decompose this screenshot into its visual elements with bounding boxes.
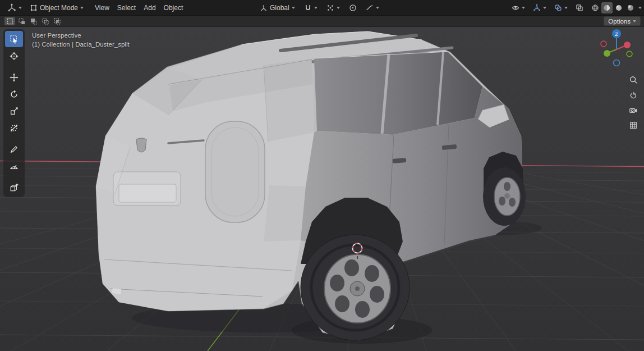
- chevron-down-icon: [633, 20, 636, 22]
- falloff-dropdown[interactable]: [363, 2, 382, 13]
- object-visibility-dropdown[interactable]: [509, 2, 528, 13]
- chevron-down-icon: [376, 7, 379, 9]
- menu-select[interactable]: Select: [113, 2, 140, 13]
- shading-wireframe-button[interactable]: [590, 2, 601, 13]
- object-mode-icon: [30, 4, 38, 12]
- snap-target-dropdown[interactable]: [324, 2, 343, 13]
- camera-view-button[interactable]: [627, 104, 640, 116]
- chevron-down-icon: [638, 7, 642, 9]
- chevron-down-icon: [337, 7, 340, 9]
- gizmo-axis-y[interactable]: [604, 50, 610, 57]
- tool-select-box-icon: [10, 35, 19, 44]
- select-mode-invert-icon: [42, 17, 49, 25]
- select-mode-new-button[interactable]: [4, 17, 15, 25]
- editor-type-button[interactable]: [4, 2, 25, 13]
- tool-scale-button[interactable]: [5, 103, 23, 119]
- falloff-curve-icon: [366, 4, 374, 12]
- tool-select-box-button[interactable]: [5, 31, 23, 47]
- gizmo-axis-z-negative[interactable]: [614, 60, 620, 66]
- toolbar: [3, 29, 25, 197]
- select-mode-subtract-icon: [30, 17, 38, 25]
- select-mode-new-icon: [6, 17, 14, 25]
- options-label: Options: [608, 18, 631, 25]
- tool-cursor-button[interactable]: [5, 48, 23, 64]
- tool-move-button[interactable]: [5, 69, 23, 85]
- tool-rotate-button[interactable]: [5, 86, 23, 102]
- toggle-xray-button[interactable]: [573, 2, 586, 13]
- tool-rotate-icon: [10, 90, 19, 99]
- menu-object[interactable]: Object: [160, 2, 187, 13]
- gizmo-z-label: Z: [615, 31, 618, 37]
- chevron-down-icon: [522, 7, 525, 9]
- navigation-gizmo[interactable]: Z: [596, 27, 638, 74]
- proportional-editing-toggle[interactable]: [346, 2, 360, 13]
- tool-transform-icon: [10, 124, 19, 133]
- viewport-canvas[interactable]: [0, 0, 644, 351]
- snap-toggle[interactable]: [301, 2, 320, 13]
- car-license-plate: [119, 184, 176, 202]
- mode-selector-label: Object Mode: [40, 4, 78, 12]
- snap-target-icon: [326, 4, 334, 12]
- show-gizmo-dropdown[interactable]: [530, 2, 549, 13]
- car-badge: [136, 138, 146, 152]
- select-mode-subtract-button[interactable]: [28, 17, 39, 25]
- select-mode-invert-button[interactable]: [40, 17, 50, 25]
- toggle-xray-icon: [576, 4, 583, 12]
- shading-material-button[interactable]: [613, 2, 624, 13]
- show-overlays-dropdown[interactable]: [551, 2, 571, 13]
- show-overlays-icon: [554, 4, 562, 12]
- chevron-down-icon: [80, 7, 84, 9]
- tool-measure-button[interactable]: [5, 158, 23, 174]
- gizmo-axis-x[interactable]: [624, 42, 631, 48]
- viewport-nav-controls: [627, 74, 640, 131]
- transform-orientation-label: Global: [270, 4, 289, 12]
- tool-add-cube-icon: [10, 183, 19, 192]
- tool-annotate-icon: [10, 145, 19, 154]
- tool-annotate-button[interactable]: [5, 141, 23, 157]
- shading-rendered-button[interactable]: [625, 2, 636, 13]
- active-object-breadcrumb: (1) Collection | Dacia_Duster_split: [32, 40, 130, 49]
- zoom-button[interactable]: [627, 74, 640, 86]
- chevron-down-icon: [543, 7, 546, 9]
- menu-add[interactable]: Add: [140, 2, 159, 13]
- tool-add-cube-button[interactable]: [5, 179, 23, 195]
- shading-solid-icon: [603, 4, 611, 12]
- view-perspective-label: User Perspective: [32, 31, 130, 40]
- select-mode-extend-button[interactable]: [16, 17, 27, 25]
- camera-view-icon: [629, 106, 638, 115]
- shading-wireframe-icon: [591, 4, 599, 12]
- snap-magnet-icon: [304, 4, 312, 12]
- car-taillight-panel: [205, 121, 265, 222]
- chevron-down-icon: [564, 7, 568, 9]
- gizmo-axis-x-negative[interactable]: [601, 41, 606, 47]
- tool-move-icon: [10, 73, 19, 82]
- transform-orientation-dropdown[interactable]: Global: [257, 2, 298, 13]
- select-mode-intersect-button[interactable]: [52, 17, 62, 25]
- show-gizmo-icon: [533, 4, 541, 12]
- mode-selector[interactable]: Object Mode: [27, 2, 86, 13]
- toggle-projection-button[interactable]: [627, 119, 640, 131]
- tool-measure-icon: [10, 162, 19, 171]
- select-mode-intersect-icon: [53, 17, 61, 25]
- menu-view[interactable]: View: [91, 2, 113, 13]
- options-dropdown[interactable]: Options: [604, 16, 641, 26]
- tool-cursor-icon: [10, 52, 19, 61]
- shading-rendered-icon: [627, 4, 634, 12]
- shading-material-icon: [615, 4, 623, 12]
- shading-solid-button[interactable]: [601, 2, 613, 13]
- pan-hand-icon: [629, 90, 638, 99]
- pan-button[interactable]: [627, 89, 640, 101]
- orientation-global-icon: [260, 4, 268, 12]
- zoom-icon: [629, 75, 638, 84]
- select-mode-extend-icon: [18, 17, 26, 25]
- tool-transform-button[interactable]: [5, 120, 23, 136]
- chevron-down-icon: [314, 7, 318, 9]
- gizmo-axis-y-negative[interactable]: [627, 51, 632, 57]
- chevron-down-icon: [292, 7, 295, 9]
- tool-settings-bar: Options: [0, 16, 644, 27]
- editor-type-icon: [7, 3, 16, 12]
- toggle-projection-icon: [629, 121, 638, 130]
- viewport-header: Object Mode View Select Add Object Globa…: [0, 0, 644, 16]
- object-visibility-icon: [512, 4, 519, 12]
- proportional-edit-icon: [349, 4, 357, 12]
